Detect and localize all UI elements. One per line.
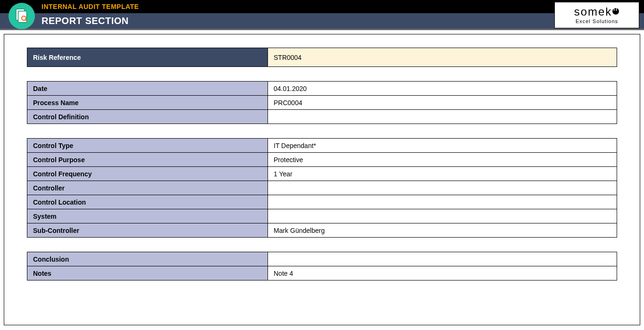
notes-label: Notes [27, 266, 268, 280]
conclusion-value[interactable] [268, 252, 617, 266]
conclusion-label: Conclusion [27, 252, 268, 266]
control-purpose-value[interactable]: Protective [268, 153, 617, 167]
table-row: System [27, 209, 617, 223]
control-frequency-label: Control Frequency [27, 167, 268, 181]
table-row: Controller [27, 181, 617, 195]
header-top-bar: INTERNAL AUDIT TEMPLATE somek Excel Solu… [0, 0, 644, 13]
control-purpose-label: Control Purpose [27, 153, 268, 167]
table-row: Control Frequency 1 Year [27, 167, 617, 181]
process-name-value[interactable]: PRC0004 [268, 96, 617, 110]
table-row: Notes Note 4 [27, 266, 617, 280]
control-frequency-value[interactable]: 1 Year [268, 167, 617, 181]
footer-block: Conclusion Notes Note 4 [27, 252, 617, 280]
control-definition-value[interactable] [268, 110, 617, 124]
table-row: Control Purpose Protective [27, 153, 617, 167]
table-row: Control Definition [27, 110, 617, 124]
brand-logo: somek Excel Solutions [554, 2, 639, 28]
risk-reference-label: Risk Reference [27, 48, 268, 67]
sub-controller-label: Sub-Controller [27, 223, 268, 238]
control-location-label: Control Location [27, 195, 268, 209]
control-location-value[interactable] [268, 195, 617, 209]
system-label: System [27, 209, 268, 223]
control-block: Control Type IT Dependant* Control Purpo… [27, 138, 617, 238]
table-row: Conclusion [27, 252, 617, 266]
section-title: REPORT SECTION [42, 16, 129, 26]
system-value[interactable] [268, 209, 617, 223]
controller-label: Controller [27, 181, 268, 195]
report-content: Risk Reference STR0004 Date 04.01.2020 P… [4, 34, 640, 325]
sub-controller-value[interactable]: Mark Gündelberg [268, 223, 617, 238]
controller-value[interactable] [268, 181, 617, 195]
notes-value[interactable]: Note 4 [268, 266, 617, 280]
brand-subtitle: Excel Solutions [576, 18, 618, 24]
table-row: Risk Reference STR0004 [27, 48, 617, 67]
brand-name: somek [574, 6, 620, 17]
table-row: Control Location [27, 195, 617, 209]
control-type-label: Control Type [27, 139, 268, 153]
date-label: Date [27, 82, 268, 96]
date-value[interactable]: 04.01.2020 [268, 82, 617, 96]
control-definition-label: Control Definition [27, 110, 268, 124]
document-search-icon [8, 3, 35, 29]
header-sub-bar: REPORT SECTION [0, 13, 644, 30]
info-block: Date 04.01.2020 Process Name PRC0004 Con… [27, 81, 617, 124]
table-row: Process Name PRC0004 [27, 96, 617, 110]
table-row: Control Type IT Dependant* [27, 139, 617, 153]
template-title: INTERNAL AUDIT TEMPLATE [42, 3, 139, 10]
control-type-value[interactable]: IT Dependant* [268, 139, 617, 153]
risk-reference-value[interactable]: STR0004 [268, 48, 617, 67]
risk-reference-block: Risk Reference STR0004 [27, 48, 617, 67]
table-row: Date 04.01.2020 [27, 82, 617, 96]
process-name-label: Process Name [27, 96, 268, 110]
table-row: Sub-Controller Mark Gündelberg [27, 223, 617, 238]
